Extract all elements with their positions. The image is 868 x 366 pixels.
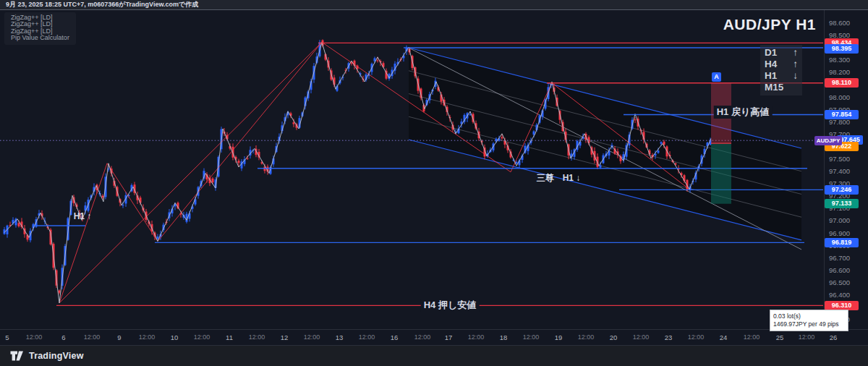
- price-tick: 98.300: [829, 56, 850, 64]
- time-tick: 12:00: [578, 333, 595, 341]
- price-label-98.395: 98.395: [825, 44, 859, 54]
- tradingview-chart-window: TradingView 9月 23, 2025 18:25 UTC+7, m06…: [0, 0, 868, 366]
- tf-row-m15: M15: [765, 82, 798, 93]
- price-tick: 96.700: [829, 254, 850, 262]
- time-tick: 18: [500, 333, 508, 341]
- time-tick: 5: [5, 333, 9, 341]
- symbol-price-label: AUDJPY: [814, 136, 842, 145]
- time-tick: 20: [610, 333, 618, 341]
- price-tick: 98.200: [829, 68, 850, 76]
- price-label-97.854: 97.854: [825, 110, 859, 119]
- time-tick: 12:00: [523, 333, 540, 341]
- price-tick: 96.500: [829, 278, 850, 286]
- tooltip-lot-size: 0.03 lot(s): [773, 312, 845, 320]
- time-tick: 12:00: [688, 333, 705, 341]
- price-tick: 97.000: [829, 216, 850, 224]
- price-tick: 96.600: [829, 266, 850, 274]
- time-tick: 12:00: [799, 333, 815, 341]
- time-tick: 25: [776, 333, 784, 341]
- price-label-97.246: 97.246: [825, 185, 859, 195]
- time-tick: 12:00: [304, 333, 320, 341]
- time-tick: 26: [830, 333, 838, 341]
- price-tick: 97.400: [829, 167, 850, 175]
- time-tick: 9: [117, 333, 121, 341]
- export-info-bar: 9月 23, 2025 18:25 UTC+7, m0607366がTradin…: [0, 0, 868, 10]
- time-tick: 12:00: [194, 333, 210, 341]
- tooltip-pip-value: 1469.97JPY per 49 pips: [773, 320, 845, 328]
- tf-label: H4: [765, 59, 777, 70]
- tf-arrow-icon: ↑: [793, 47, 798, 59]
- time-tick: 12:00: [744, 333, 760, 341]
- time-tick: 6: [61, 333, 65, 341]
- price-tick: 98.600: [829, 19, 850, 27]
- time-tick: 24: [720, 333, 728, 341]
- export-info-text: 9月 23, 2025 18:25 UTC+7, m0607366がTradin…: [0, 0, 868, 9]
- tf-row-h1: H1↓: [765, 70, 798, 82]
- time-tick: 12:00: [139, 333, 156, 341]
- time-tick: 13: [336, 333, 344, 341]
- annotation-h4-pullback-low[interactable]: H4 押し安値: [421, 299, 480, 312]
- time-tick: 12:00: [359, 333, 375, 341]
- time-tick: 11: [226, 333, 233, 341]
- tf-row-h4: H4↑: [765, 59, 798, 70]
- timeframe-note-panel[interactable]: D1↑H4↑H1↓M15: [760, 45, 802, 95]
- time-tick: 12: [281, 333, 289, 341]
- annotation-h1-return-high[interactable]: H1 戻り高値: [714, 106, 773, 119]
- time-tick: 12:00: [414, 333, 431, 341]
- price-label-97.133: 97.133: [825, 199, 859, 208]
- tf-row-d1: D1↑: [765, 47, 798, 59]
- time-tick: 19: [555, 333, 563, 341]
- annotation-h1-up[interactable]: H1 ↑: [74, 211, 92, 221]
- time-tick: 12:00: [468, 333, 485, 341]
- time-tick: 10: [171, 333, 179, 341]
- price-tick: 96.900: [829, 229, 850, 237]
- price-tick: 97.500: [829, 155, 850, 163]
- price-tick: 96.400: [829, 291, 850, 299]
- annotation-sanzon-head-shoulders[interactable]: 三尊 H1 ↓: [537, 172, 581, 184]
- tf-label: D1: [765, 47, 777, 59]
- time-tick: 12:00: [633, 333, 650, 341]
- time-tick: 16: [391, 333, 399, 341]
- position-marker-a[interactable]: A: [712, 72, 721, 82]
- time-tick: 12:00: [84, 333, 101, 341]
- price-label-98.110: 98.110: [825, 78, 859, 88]
- time-tick: 23: [665, 333, 673, 341]
- time-tick: 17: [445, 333, 453, 341]
- time-tick: 12:00: [26, 333, 43, 341]
- price-tick: 98.000: [829, 93, 850, 101]
- tf-arrow-icon: ↓: [793, 70, 798, 82]
- tf-arrow-icon: ↑: [793, 59, 798, 70]
- pip-value-tooltip: 0.03 lot(s) 1469.97JPY per 49 pips: [770, 310, 848, 331]
- price-label-96.819: 96.819: [825, 238, 859, 247]
- tf-label: H1: [765, 70, 777, 82]
- tf-label: M15: [765, 82, 783, 93]
- time-tick: 12:00: [249, 333, 265, 341]
